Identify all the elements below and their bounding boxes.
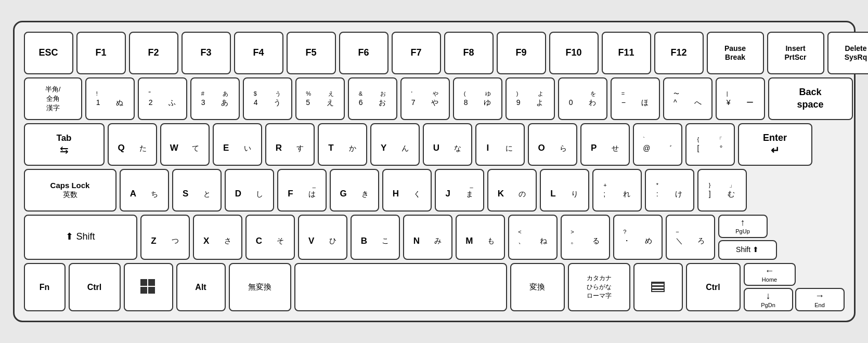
key-shift-left[interactable]: ⬆ Shift <box>24 215 137 260</box>
key-f11[interactable]: F11 <box>602 32 651 74</box>
key-fn[interactable]: Fn <box>24 263 66 312</box>
key-delete[interactable]: DeleteSysRq <box>827 32 869 74</box>
key-i[interactable]: I に <box>475 123 525 166</box>
key-capslock[interactable]: Caps Lock 英数 <box>24 169 116 212</box>
key-j[interactable]: J _ま <box>435 169 484 212</box>
key-insert[interactable]: InsertPrtScr <box>767 32 824 74</box>
key-comma[interactable]: <、 ね <box>508 215 558 260</box>
key-arrow-left[interactable]: ←Home <box>744 263 796 286</box>
key-muhenkan[interactable]: 無変換 <box>229 263 291 312</box>
key-m[interactable]: M も <box>456 215 505 260</box>
key-0[interactable]: 0 をわ <box>558 77 607 120</box>
key-f12[interactable]: F12 <box>654 32 704 74</box>
zxcv-row: ⬆ Shift Z つ X さ C そ V <box>24 215 845 260</box>
key-minus[interactable]: =− ほ <box>611 77 660 120</box>
svg-rect-5 <box>652 285 664 287</box>
svg-rect-6 <box>652 288 664 290</box>
asdf-row: Caps Lock 英数 A ち S と D し <box>24 169 845 212</box>
key-yen[interactable]: |¥ ー <box>716 77 765 120</box>
key-arrow-right[interactable]: →End <box>795 288 845 311</box>
key-t[interactable]: T か <box>318 123 367 166</box>
key-at[interactable]: `@ ゛ <box>633 123 682 166</box>
key-hankaku[interactable]: 半角/全角漢字 <box>24 77 82 120</box>
key-backslash[interactable]: −＼ ろ <box>666 215 715 260</box>
key-esc[interactable]: ESC <box>24 32 73 74</box>
arrow-cluster: ←Home ↓PgDn →End <box>744 263 845 312</box>
key-period[interactable]: >。 る <box>561 215 610 260</box>
key-x[interactable]: X さ <box>193 215 242 260</box>
key-pgup-arrow[interactable]: ↑PgUp <box>718 215 768 238</box>
key-enter[interactable]: Enter ↵ <box>738 123 812 166</box>
key-5[interactable]: %5 ええ <box>295 77 345 120</box>
key-1[interactable]: !1 ぬ <box>85 77 135 120</box>
key-b[interactable]: B こ <box>351 215 400 260</box>
key-7[interactable]: '7 やや <box>400 77 450 120</box>
key-v[interactable]: V ひ <box>298 215 347 260</box>
key-a[interactable]: A ち <box>120 169 169 212</box>
key-f1[interactable]: F1 <box>76 32 126 74</box>
key-l[interactable]: L り <box>540 169 589 212</box>
key-h[interactable]: H く <box>382 169 432 212</box>
key-backspace[interactable]: Back space <box>768 77 853 120</box>
key-caret[interactable]: 〜^ へ <box>663 77 712 120</box>
key-s[interactable]: S と <box>172 169 222 212</box>
key-c[interactable]: C そ <box>245 215 295 260</box>
menu-icon <box>651 281 665 293</box>
key-slash[interactable]: ?・ め <box>613 215 663 260</box>
key-space[interactable] <box>294 263 507 312</box>
key-pause[interactable]: PauseBreak <box>707 32 764 74</box>
key-f5[interactable]: F5 <box>287 32 336 74</box>
function-row: ESC F1 F2 F3 F4 F5 F6 F7 F8 F9 F10 F11 F… <box>24 32 845 74</box>
key-k[interactable]: K の <box>487 169 537 212</box>
key-alt-left[interactable]: Alt <box>176 263 226 312</box>
key-q[interactable]: Q た <box>108 123 157 166</box>
keyboard: ESC F1 F2 F3 F4 F5 F6 F7 F8 F9 F10 F11 F… <box>13 21 856 322</box>
key-windows[interactable] <box>124 263 173 312</box>
key-8[interactable]: (8 ゆゆ <box>453 77 502 120</box>
key-ctrl-right[interactable]: Ctrl <box>686 263 741 312</box>
key-y[interactable]: Y ん <box>370 123 420 166</box>
key-r[interactable]: R す <box>265 123 315 166</box>
key-shift-right[interactable]: Shift ⬆ <box>718 240 777 260</box>
key-f9[interactable]: F9 <box>497 32 546 74</box>
key-semicolon[interactable]: +; れ <box>592 169 642 212</box>
key-6[interactable]: &6 おお <box>348 77 397 120</box>
key-colon[interactable]: *: け <box>645 169 694 212</box>
key-o[interactable]: O ら <box>528 123 577 166</box>
key-f7[interactable]: F7 <box>392 32 441 74</box>
key-2[interactable]: "2 ふ <box>138 77 187 120</box>
key-u[interactable]: U な <box>423 123 472 166</box>
key-bracket-r[interactable]: }] 」む <box>697 169 747 212</box>
svg-rect-0 <box>140 279 147 286</box>
key-p[interactable]: P せ <box>580 123 630 166</box>
key-f3[interactable]: F3 <box>182 32 231 74</box>
key-f10[interactable]: F10 <box>549 32 599 74</box>
key-4[interactable]: $4 うう <box>243 77 292 120</box>
key-g[interactable]: G き <box>330 169 379 212</box>
key-tab[interactable]: Tab ⇆ <box>24 123 105 166</box>
key-9[interactable]: )9 よよ <box>506 77 555 120</box>
key-3[interactable]: #3 ああ <box>190 77 240 120</box>
key-f6[interactable]: F6 <box>339 32 388 74</box>
key-d[interactable]: D し <box>225 169 274 212</box>
key-f2[interactable]: F2 <box>129 32 178 74</box>
number-row: 半角/全角漢字 !1 ぬ "2 ふ #3 ああ $4 <box>24 77 845 120</box>
svg-rect-3 <box>148 287 155 294</box>
arrow-down-end-row: ↓PgDn →End <box>744 288 845 311</box>
key-w[interactable]: W て <box>160 123 210 166</box>
key-menu[interactable] <box>633 263 683 312</box>
svg-rect-2 <box>140 287 147 294</box>
key-arrow-down[interactable]: ↓PgDn <box>744 288 793 311</box>
bottom-row: Fn Ctrl Alt 無変換 変換 カタカナひらがなローマ字 <box>24 263 845 312</box>
key-f4[interactable]: F4 <box>234 32 283 74</box>
key-ctrl-left[interactable]: Ctrl <box>69 263 121 312</box>
key-n[interactable]: N み <box>403 215 452 260</box>
key-z[interactable]: Z つ <box>140 215 190 260</box>
key-katakana[interactable]: カタカナひらがなローマ字 <box>568 263 630 312</box>
qwerty-row: Tab ⇆ Q た W て E い R <box>24 123 845 166</box>
key-f-letter[interactable]: F _は <box>277 169 327 212</box>
key-f8[interactable]: F8 <box>444 32 494 74</box>
key-e[interactable]: E い <box>213 123 262 166</box>
key-bracket-l[interactable]: {[ 「° <box>685 123 735 166</box>
key-henkan[interactable]: 変換 <box>510 263 565 312</box>
